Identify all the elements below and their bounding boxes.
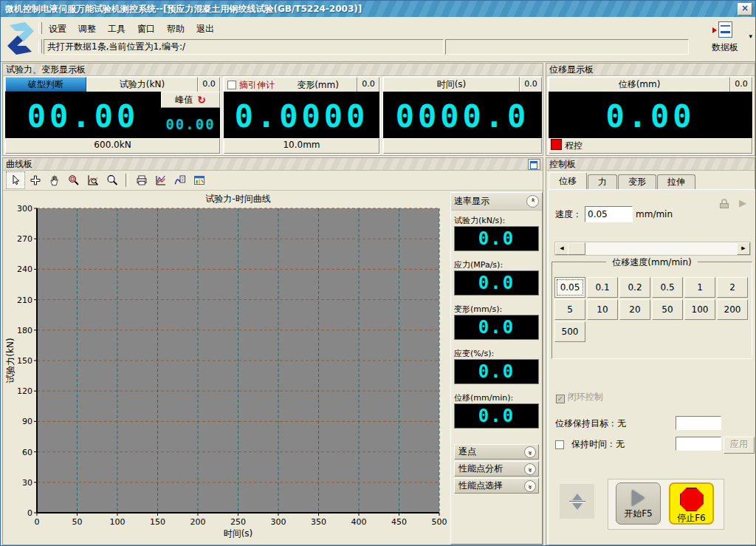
collapsed-section-bar[interactable]: 逐点 » — [454, 444, 539, 460]
print-icon[interactable] — [133, 172, 151, 188]
scroll-left-icon[interactable]: ◀ — [555, 242, 568, 255]
speed-input[interactable] — [585, 206, 633, 222]
force-time-chart[interactable]: 0306090120150180210240270300050100150200… — [4, 192, 450, 545]
toolbar-grip — [38, 22, 42, 34]
svg-text:时间(s): 时间(s) — [224, 528, 253, 539]
title-bar: 微机控制电液伺服万能试验机测控系统--[预应力混凝土用钢绞线试验(GB/T522… — [1, 1, 755, 18]
svg-text:30: 30 — [22, 478, 32, 488]
svg-text:250: 250 — [230, 517, 246, 527]
start-label: 开始F5 — [616, 508, 660, 520]
time-lcd-value: 0000.0 — [383, 92, 542, 140]
expand-down-icon[interactable]: » — [524, 446, 536, 458]
speed-preset-button[interactable]: 0.2 — [619, 277, 650, 298]
menu-item[interactable]: 工具 — [103, 21, 131, 35]
zoom-box-tool-icon[interactable] — [65, 172, 83, 188]
stop-label: 停止F6 — [670, 512, 712, 525]
jog-divider — [569, 501, 585, 502]
svg-text:450: 450 — [391, 517, 407, 527]
restore-window-icon[interactable] — [528, 159, 540, 170]
speed-preset-button[interactable]: 0.05 — [554, 277, 585, 298]
time-display-group: 时间(s) 0.0 0000.0 — [382, 76, 543, 154]
expand-down-icon[interactable]: » — [524, 463, 536, 475]
rate-item: 应力(MPa/s): 0.0 — [454, 259, 539, 296]
menu-item[interactable]: 调整 — [73, 21, 101, 35]
control-tab[interactable]: 位移 — [549, 172, 587, 189]
menu-item[interactable]: 设置 — [44, 21, 72, 35]
peak-reset-icon[interactable]: ↻ — [197, 95, 206, 104]
hold-target-row: 位移保持目标：无 — [555, 417, 626, 430]
curve-panel-title: 曲线板 — [6, 159, 32, 169]
extensometer-checkbox[interactable] — [227, 81, 236, 89]
control-tabs: 位移力变形拉伸 — [549, 173, 696, 189]
data-panel-icon — [718, 21, 732, 38]
chart-toolbar — [3, 171, 543, 191]
closed-loop-label: 闭环控制 — [568, 392, 603, 402]
speed-preset-button[interactable]: 10 — [587, 299, 618, 320]
hold-time-checkbox[interactable] — [555, 440, 564, 449]
move-cross-tool-icon[interactable] — [27, 172, 44, 188]
collapsed-section-bar[interactable]: 性能点选择 » — [454, 478, 539, 494]
close-icon[interactable]: × — [738, 3, 752, 16]
displacement-display-group: 位移(mm) 0.0 0.00 程控 — [548, 76, 753, 154]
hold-time-input[interactable] — [676, 437, 721, 451]
stop-button[interactable]: 停止F6 — [669, 482, 714, 525]
collapse-up-icon[interactable]: » — [526, 195, 539, 208]
jog-down-icon[interactable] — [572, 503, 583, 515]
speed-grid: 0.050.10.20.5125102050100200500 — [554, 277, 751, 344]
time-header: 时间(s) — [383, 77, 520, 93]
scrollbar-thumb[interactable] — [568, 242, 585, 255]
speed-scrollbar[interactable]: ◀ ▶ — [554, 242, 751, 256]
closed-loop-row: ✓ 闭环控制 — [556, 391, 603, 403]
speed-preset-button[interactable]: 500 — [554, 321, 585, 342]
expand-down-icon[interactable]: » — [524, 480, 536, 492]
svg-text:90: 90 — [22, 417, 32, 426]
data-window-icon[interactable] — [190, 172, 208, 188]
speed-preset-button[interactable]: 5 — [554, 299, 585, 320]
status-message: 共打开数据1条,当前位置为1,编号:/ — [44, 39, 444, 55]
magnifier-tool-icon[interactable] — [103, 172, 121, 188]
jog-up-icon[interactable] — [572, 488, 583, 500]
speed-preset-button[interactable]: 50 — [652, 299, 683, 320]
start-button[interactable]: 开始F5 — [616, 482, 661, 525]
speed-preset-button[interactable]: 1 — [684, 277, 715, 298]
cursor-tool-icon[interactable] — [6, 171, 25, 189]
menu-item[interactable]: 帮助 — [162, 21, 190, 35]
speed-preset-button[interactable]: 100 — [684, 299, 715, 320]
hold-target-input[interactable] — [676, 416, 721, 430]
control-tab[interactable]: 力 — [588, 174, 617, 189]
zoom-curve-tool-icon[interactable] — [84, 172, 102, 188]
svg-text:60: 60 — [22, 448, 32, 457]
speed-preset-button[interactable]: 0.5 — [652, 277, 683, 298]
peak-bar[interactable]: 峰值 ↻ — [161, 92, 220, 108]
control-tab[interactable]: 变形 — [618, 174, 656, 189]
control-panel: 控制板 位移力变形拉伸 ▶ 速度： mm/min ◀ ▶ 位移速度(mm/min… — [546, 157, 755, 545]
rate-lcd-value: 0.0 — [454, 270, 539, 296]
menu-item[interactable]: 窗口 — [132, 21, 160, 35]
status-field-secondary — [445, 39, 689, 55]
lock-icon[interactable] — [720, 199, 729, 208]
svg-text:150: 150 — [17, 356, 32, 366]
collapsed-section-bar[interactable]: 性能点分析 » — [454, 461, 539, 477]
break-detect-button[interactable]: 破型判断 — [5, 77, 86, 92]
rate-item: 试验力(kN/s): 0.0 — [454, 215, 539, 251]
rate-lcd-value: 0.0 — [454, 226, 539, 251]
copy-curve-icon[interactable] — [171, 172, 189, 188]
displacement-lcd-value: 0.00 — [549, 92, 752, 140]
apply-button[interactable]: 应用 — [724, 437, 755, 454]
time-aux-value: 0.0 — [520, 77, 542, 93]
hand-pan-tool-icon[interactable] — [46, 172, 63, 188]
caret-down-icon[interactable]: ▾ — [749, 33, 752, 40]
scroll-right-icon[interactable]: ▶ — [737, 242, 750, 255]
rate-panel-title: 速率显示 — [454, 195, 489, 210]
deform-aux-value: 0.0 — [357, 77, 379, 93]
jog-up-down-button[interactable] — [560, 484, 594, 519]
speed-preset-button[interactable]: 200 — [717, 299, 748, 320]
curve-select-icon[interactable] — [152, 172, 170, 188]
control-tab[interactable]: 拉伸 — [657, 174, 695, 189]
speed-preset-button[interactable]: 0.1 — [587, 277, 618, 298]
speed-preset-button[interactable]: 20 — [619, 299, 650, 320]
section-label: 逐点 — [458, 446, 476, 458]
data-panel-button[interactable]: ▾ 数据板 — [705, 21, 745, 58]
speed-preset-button[interactable]: 2 — [717, 277, 748, 298]
menu-item[interactable]: 退出 — [191, 21, 219, 35]
